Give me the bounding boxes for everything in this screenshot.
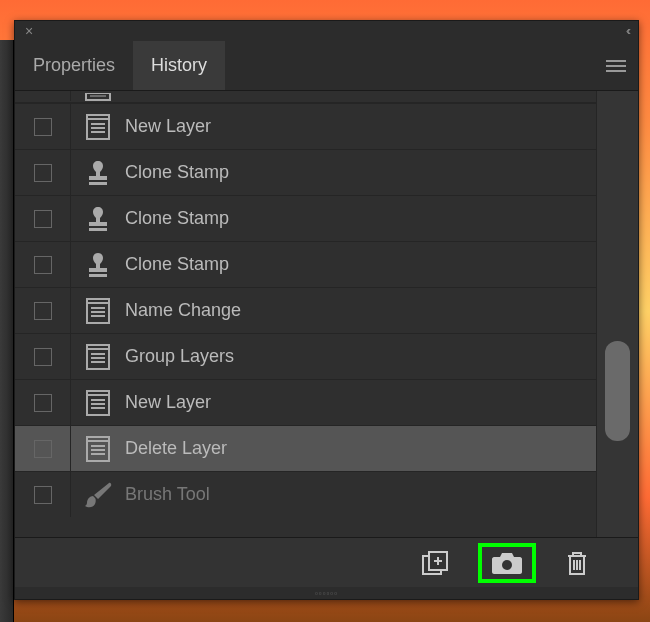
svg-rect-9 xyxy=(89,182,107,185)
snapshot-icon[interactable] xyxy=(478,543,536,583)
resize-grip[interactable]: ▫▫▫▫▫▫ xyxy=(15,587,638,599)
history-checkbox[interactable] xyxy=(34,440,52,458)
history-checkbox[interactable] xyxy=(34,394,52,412)
history-checkbox-slot xyxy=(15,380,71,425)
history-checkbox[interactable] xyxy=(34,486,52,504)
collapse-icon[interactable]: ‹‹ xyxy=(626,24,628,38)
svg-point-31 xyxy=(502,560,512,570)
history-row[interactable]: Name Change xyxy=(15,287,596,333)
history-checkbox[interactable] xyxy=(34,164,52,182)
panel-titlebar: × ‹‹ xyxy=(15,21,638,41)
tab-history[interactable]: History xyxy=(133,41,225,90)
history-row-label: New Layer xyxy=(125,392,596,413)
history-row-label: Brush Tool xyxy=(125,484,596,505)
history-row-label: Clone Stamp xyxy=(125,162,596,183)
history-list: New LayerClone StampClone StampClone Sta… xyxy=(15,91,596,537)
history-checkbox-slot xyxy=(15,242,71,287)
svg-rect-11 xyxy=(89,274,107,277)
history-checkbox-slot xyxy=(15,150,71,195)
history-row-label: Delete Layer xyxy=(125,438,596,459)
svg-rect-10 xyxy=(89,228,107,231)
history-row-partial xyxy=(15,91,596,103)
history-row-label: Group Layers xyxy=(125,346,596,367)
stamp-icon xyxy=(71,159,125,187)
history-checkbox[interactable] xyxy=(34,302,52,320)
stamp-icon xyxy=(71,205,125,233)
panel-footer xyxy=(15,537,638,587)
history-list-container: New LayerClone StampClone StampClone Sta… xyxy=(15,91,638,537)
left-window-edge xyxy=(0,40,14,622)
history-row[interactable]: Brush Tool xyxy=(15,471,596,517)
history-row[interactable]: Clone Stamp xyxy=(15,149,596,195)
history-row[interactable]: Group Layers xyxy=(15,333,596,379)
history-panel: × ‹‹ Properties History New LayerClone S… xyxy=(14,20,639,600)
stamp-icon xyxy=(71,251,125,279)
scrollbar-handle[interactable] xyxy=(605,341,630,441)
scrollbar-track[interactable] xyxy=(596,91,638,537)
close-icon[interactable]: × xyxy=(25,24,33,38)
layer-icon xyxy=(71,297,125,325)
history-row-label: Clone Stamp xyxy=(125,208,596,229)
history-row[interactable]: Clone Stamp xyxy=(15,241,596,287)
history-checkbox[interactable] xyxy=(34,118,52,136)
history-checkbox-slot xyxy=(15,472,71,517)
history-row-label: Name Change xyxy=(125,300,596,321)
new-document-icon[interactable] xyxy=(422,551,448,575)
history-checkbox[interactable] xyxy=(34,256,52,274)
history-row[interactable]: Clone Stamp xyxy=(15,195,596,241)
layer-icon xyxy=(71,389,125,417)
tab-bar: Properties History xyxy=(15,41,638,91)
tab-properties[interactable]: Properties xyxy=(15,41,133,90)
trash-icon[interactable] xyxy=(566,550,588,576)
history-row-label: Clone Stamp xyxy=(125,254,596,275)
history-row[interactable]: New Layer xyxy=(15,379,596,425)
history-checkbox-slot xyxy=(15,288,71,333)
history-checkbox-slot xyxy=(15,334,71,379)
history-row-label: New Layer xyxy=(125,116,596,137)
history-checkbox[interactable] xyxy=(34,348,52,366)
history-checkbox[interactable] xyxy=(34,210,52,228)
history-checkbox-slot xyxy=(15,196,71,241)
history-row[interactable]: New Layer xyxy=(15,103,596,149)
layer-icon xyxy=(71,435,125,463)
layer-icon xyxy=(71,113,125,141)
layer-icon xyxy=(71,343,125,371)
panel-menu-icon[interactable] xyxy=(606,59,626,73)
history-checkbox-slot xyxy=(15,426,71,471)
brush-icon xyxy=(71,481,125,509)
history-row[interactable]: Delete Layer xyxy=(15,425,596,471)
history-checkbox-slot xyxy=(15,104,71,149)
